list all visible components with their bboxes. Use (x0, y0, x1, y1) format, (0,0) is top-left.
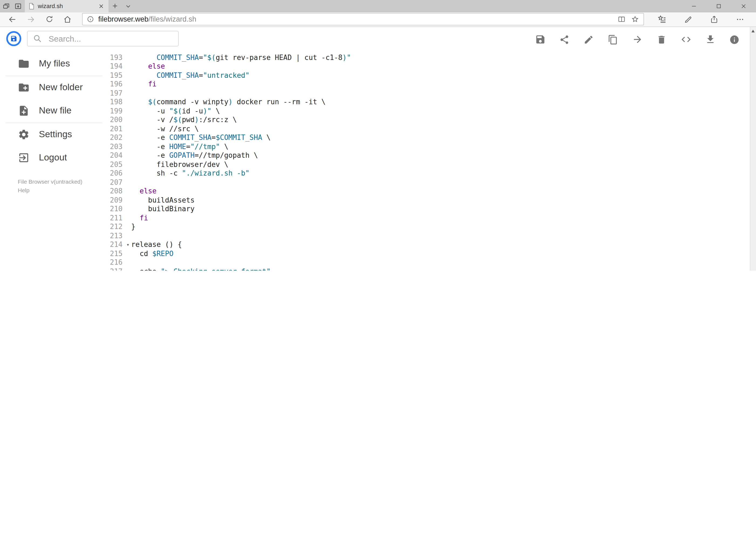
code-line[interactable]: 204 -e GOPATH=//tmp/gopath \ (108, 151, 750, 160)
home-button[interactable] (58, 13, 77, 26)
browser-tab[interactable]: wizard.sh (25, 0, 109, 12)
sidebar-item-my-files[interactable]: My files (0, 52, 108, 75)
code-line[interactable]: 206 sh -c "./wizard.sh -b" (108, 169, 750, 178)
code-line[interactable]: 209 buildAssets (108, 196, 750, 205)
download-button[interactable] (698, 33, 722, 46)
delete-button[interactable] (649, 33, 674, 46)
maximize-button[interactable] (706, 0, 731, 12)
favorite-star-icon[interactable] (631, 15, 639, 24)
web-note-pen-icon (684, 15, 692, 24)
tab-list-button[interactable] (122, 0, 134, 12)
share-icon (710, 15, 718, 24)
pencil-icon (584, 34, 594, 45)
code-line[interactable]: 197 (108, 89, 750, 98)
back-icon (8, 15, 17, 24)
code-line[interactable]: 194 else (108, 62, 750, 71)
code-text: buildBinary (131, 205, 750, 214)
code-line[interactable]: 212} (108, 223, 750, 232)
line-number: 196 (108, 80, 125, 89)
tab-preview-button[interactable] (0, 0, 12, 12)
code-text: sh -c "./wizard.sh -b" (131, 169, 750, 178)
code-line[interactable]: 193 COMMIT_SHA="$(git rev-parse HEAD | c… (108, 53, 750, 62)
create-file-icon (18, 105, 30, 117)
download-icon (705, 34, 715, 45)
sidebar-item-logout[interactable]: Logout (0, 146, 108, 169)
sidebar-item-new-file[interactable]: New file (0, 99, 108, 122)
share-button-browser[interactable] (701, 13, 727, 26)
sidebar-item-new-folder[interactable]: New folder (0, 76, 108, 99)
filebrowser-logo[interactable] (6, 31, 22, 46)
line-number: 216 (108, 258, 125, 267)
browser-window: wizard.sh (0, 0, 756, 270)
reading-view-icon[interactable] (617, 15, 626, 24)
create-folder-icon (18, 82, 30, 94)
code-line[interactable]: 201 -w //src \ (108, 125, 750, 134)
line-number: 215 (108, 249, 125, 258)
code-line[interactable]: 207 (108, 178, 750, 187)
address-bar[interactable]: filebrowser.web/files/wizard.sh (82, 13, 644, 26)
refresh-icon (45, 15, 53, 24)
code-line[interactable]: 211 fi (108, 214, 750, 223)
code-text (131, 232, 750, 241)
sidebar-item-label: Logout (39, 152, 67, 163)
hub-button[interactable] (649, 13, 675, 26)
line-number: 209 (108, 196, 125, 205)
copy-button[interactable] (601, 33, 625, 46)
sidebar-item-settings[interactable]: Settings (0, 123, 108, 146)
back-button[interactable] (3, 13, 22, 26)
info-icon (729, 34, 740, 45)
refresh-button[interactable] (40, 13, 58, 26)
home-icon (63, 15, 72, 24)
code-button[interactable] (674, 33, 698, 46)
code-line[interactable]: 195 COMMIT_SHA="untracked" (108, 71, 750, 80)
move-button[interactable] (625, 33, 649, 46)
forward-button[interactable] (22, 13, 40, 26)
fold-marker-icon[interactable]: ▾ (125, 241, 131, 249)
code-line[interactable]: 210 buildBinary (108, 205, 750, 214)
site-info-icon[interactable] (87, 16, 94, 23)
code-line[interactable]: 203 -e HOME="//tmp" \ (108, 142, 750, 151)
page-icon (29, 3, 35, 10)
code-line[interactable]: 208 else (108, 187, 750, 196)
code-line[interactable]: 200 -v /$(pwd):/src:z \ (108, 116, 750, 125)
help-link[interactable]: Help (18, 186, 108, 195)
tab-close-button[interactable] (97, 4, 105, 9)
code-line[interactable]: 213 (108, 232, 750, 241)
code-line[interactable]: 198 $(command -v winpty) docker run --rm… (108, 98, 750, 107)
line-number: 207 (108, 178, 125, 187)
code-text: -e GOPATH=//tmp/gopath \ (131, 151, 750, 160)
scrollbar[interactable] (750, 27, 756, 270)
line-number: 206 (108, 169, 125, 178)
code-line[interactable]: 199 -u "$(id -u)" \ (108, 107, 750, 116)
code-line[interactable]: 196 fi (108, 80, 750, 89)
line-number: 201 (108, 125, 125, 134)
close-window-button[interactable] (731, 0, 756, 12)
web-note-button[interactable] (675, 13, 701, 26)
code-text: COMMIT_SHA="untracked" (131, 71, 750, 80)
code-line[interactable]: 214▾release () { (108, 241, 750, 249)
rename-button[interactable] (577, 33, 601, 46)
more-button[interactable] (727, 13, 753, 26)
code-text: else (131, 187, 750, 196)
code-text: -e COMMIT_SHA=$COMMIT_SHA \ (131, 134, 750, 142)
set-tabs-aside-button[interactable] (12, 0, 24, 12)
line-number: 194 (108, 62, 125, 71)
search-input[interactable] (48, 34, 173, 44)
info-button[interactable] (722, 33, 747, 46)
minimize-button[interactable] (681, 0, 706, 12)
line-number: 213 (108, 232, 125, 241)
code-line[interactable]: 216 (108, 258, 750, 267)
code-editor[interactable]: 193 COMMIT_SHA="$(git rev-parse HEAD | c… (108, 51, 750, 270)
code-text (131, 258, 750, 267)
line-number: 202 (108, 134, 125, 142)
new-tab-button[interactable] (109, 0, 122, 12)
code-line[interactable]: 217 echo "> Checking semver format" (108, 267, 750, 270)
search-icon (33, 34, 42, 43)
line-number: 212 (108, 223, 125, 232)
save-button[interactable] (528, 33, 552, 46)
share-button[interactable] (552, 33, 577, 46)
code-line[interactable]: 215 cd $REPO (108, 249, 750, 258)
code-line[interactable]: 202 -e COMMIT_SHA=$COMMIT_SHA \ (108, 134, 750, 142)
scroll-up-button[interactable] (750, 28, 756, 34)
code-line[interactable]: 205 filebrowser/dev \ (108, 160, 750, 169)
